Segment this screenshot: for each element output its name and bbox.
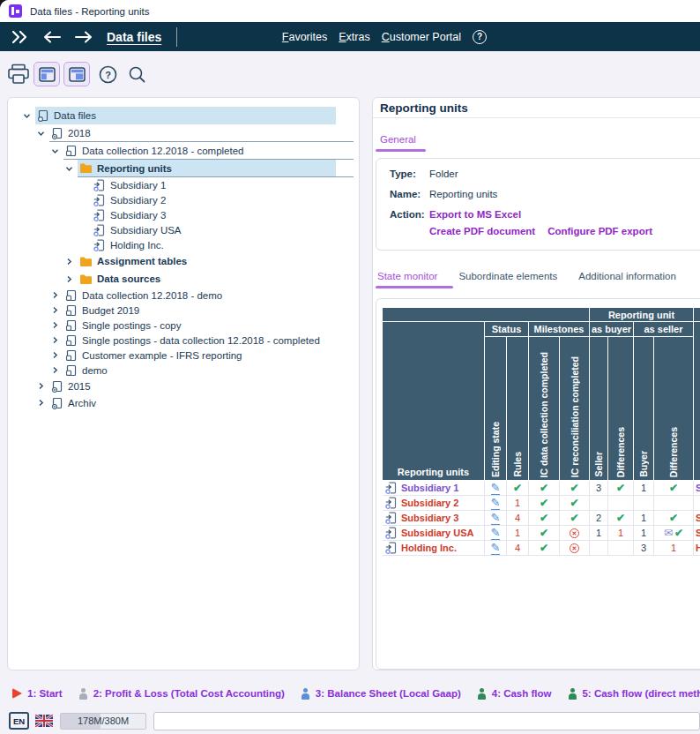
status-input[interactable]	[153, 712, 700, 730]
row-reporting-unit-name[interactable]: Subsidiary 2	[383, 496, 485, 511]
tab-general[interactable]: General	[380, 134, 416, 145]
table-cell	[608, 496, 634, 511]
envelope-icon[interactable]: ✉	[664, 528, 673, 538]
detail-tabs: State monitor Subordinate elements Addit…	[377, 271, 676, 281]
edit-pencil-icon[interactable]: ✎	[491, 512, 501, 525]
tree-item[interactable]: Holding Inc.	[13, 237, 354, 252]
tree-item[interactable]: Subsidiary 3	[13, 207, 354, 222]
table-cell: ✔	[608, 481, 634, 496]
memory-indicator[interactable]: 178M/380M	[60, 713, 146, 730]
table-cell: 3	[634, 541, 654, 556]
print-icon[interactable]	[7, 64, 30, 85]
taskbar-item[interactable]: 4: Cash flow	[478, 688, 552, 700]
chevron-right-icon[interactable]	[50, 335, 63, 345]
language-indicator[interactable]: EN	[9, 712, 29, 730]
table-cell: ✔	[654, 481, 694, 496]
tab-subordinate-elements[interactable]: Subordinate elements	[458, 271, 557, 281]
chevron-down-icon[interactable]	[50, 146, 63, 156]
nav-current-page[interactable]: Data files	[107, 30, 161, 44]
chevron-right-icon[interactable]	[50, 350, 63, 360]
unit-icon	[385, 497, 398, 509]
chevron-right-icon[interactable]	[36, 398, 49, 408]
tree-item[interactable]: Data files	[13, 107, 354, 124]
chevron-down-icon[interactable]	[36, 129, 49, 139]
row-reporting-unit-name[interactable]: Subsidiary 3	[383, 511, 485, 526]
edit-pencil-icon[interactable]: ✎	[491, 542, 501, 555]
tree-item[interactable]: Budget 2019	[13, 303, 354, 318]
link-configure-pdf[interactable]: Configure PDF export	[547, 226, 652, 236]
tree-item[interactable]: Reporting units	[13, 160, 354, 177]
folder-icon	[79, 256, 93, 267]
edit-pencil-icon[interactable]: ✎	[491, 497, 501, 510]
table-cell: 2	[590, 511, 608, 526]
tree-item-label: Subsidiary 3	[110, 210, 166, 221]
taskbar-item[interactable]: 2: Profit & Loss (Total Cost Accounting)	[79, 688, 285, 700]
tree-item[interactable]: Subsidiary USA	[13, 222, 354, 237]
row-reporting-unit-name[interactable]: Holding Inc.	[383, 541, 485, 556]
back-arrow-icon[interactable]	[42, 31, 62, 43]
toolbar: ?	[0, 51, 700, 97]
tree-item[interactable]: 2015	[13, 378, 354, 394]
tree-item[interactable]: demo	[13, 363, 354, 378]
toolbar-help-icon[interactable]: ?	[99, 65, 117, 84]
table-cell: S	[694, 511, 700, 526]
tab-additional-information[interactable]: Additional information	[578, 271, 676, 281]
edit-pencil-icon[interactable]: ✎	[491, 527, 501, 540]
tree-item[interactable]: 2018	[13, 124, 354, 142]
header-as-seller: as seller	[634, 322, 694, 337]
tree-item[interactable]: Data collection 12.2018 - completed	[13, 142, 354, 160]
link-export-excel[interactable]: Export to MS Excel	[429, 209, 521, 220]
app-logo-icon	[9, 4, 22, 18]
taskbar-item-label: 3: Balance Sheet (Local Gaap)	[316, 688, 461, 699]
chevron-down-icon[interactable]	[22, 111, 35, 121]
check-icon: ✔	[616, 483, 625, 493]
state-monitor-table: Reporting unit Reporting units Status Mi…	[383, 308, 700, 556]
chevron-right-icon[interactable]	[50, 320, 63, 330]
chevron-right-icon[interactable]	[50, 365, 63, 375]
table-cell: ✕	[560, 541, 590, 556]
table-cell: 1	[634, 481, 654, 496]
tree-item[interactable]: Single postings - copy	[13, 318, 354, 333]
menu-extras[interactable]: Extras	[339, 31, 369, 43]
help-icon[interactable]: ?	[473, 30, 487, 44]
search-icon[interactable]	[128, 65, 146, 84]
tree-item[interactable]: Subsidiary 1	[13, 177, 354, 192]
tree-item[interactable]: Data collection 12.2018 - demo	[13, 288, 354, 303]
tab-state-monitor[interactable]: State monitor	[377, 271, 437, 281]
taskbar-item[interactable]: 1: Start	[12, 688, 63, 699]
tree-item[interactable]: Subsidiary 2	[13, 192, 354, 207]
check-icon: ✔	[540, 543, 548, 553]
taskbar-item[interactable]: 3: Balance Sheet (Local Gaap)	[302, 688, 461, 700]
data-files-tree-panel: Data files2018Data collection 12.2018 - …	[7, 97, 360, 670]
tree-item-label: Data files	[54, 110, 96, 121]
header-next-partial	[694, 322, 700, 481]
layout-left-button[interactable]	[34, 62, 60, 86]
uk-flag-icon[interactable]	[35, 715, 53, 727]
tree-item[interactable]: Single postings - data collection 12.201…	[13, 333, 354, 348]
chevron-down-icon[interactable]	[64, 164, 78, 174]
link-create-pdf[interactable]: Create PDF document	[429, 226, 535, 236]
unit-icon	[93, 179, 106, 191]
chevron-right-icon[interactable]	[36, 381, 49, 391]
layout-right-button[interactable]	[63, 62, 90, 86]
row-reporting-unit-name[interactable]: Subsidiary 1	[383, 481, 485, 496]
tree-item[interactable]: Customer example - IFRS reporting	[13, 348, 354, 363]
menu-favorites[interactable]: Favorites	[282, 31, 327, 43]
tree-item-label: Reporting units	[97, 163, 172, 174]
chevron-right-icon[interactable]	[50, 290, 63, 300]
menu-customer-portal[interactable]: Customer Portal	[382, 31, 461, 43]
expand-menu-icon[interactable]	[11, 30, 30, 44]
tree-item[interactable]: Archiv	[13, 394, 354, 411]
chevron-right-icon[interactable]	[50, 305, 63, 315]
row-reporting-unit-name[interactable]: Subsidiary USA	[383, 526, 485, 541]
file-gear-icon	[51, 397, 63, 409]
edit-pencil-icon[interactable]: ✎	[491, 482, 501, 495]
forward-arrow-icon[interactable]	[74, 31, 93, 43]
taskbar-item[interactable]: 5: Cash flow (direct meth	[568, 688, 700, 700]
tree-item[interactable]: Assignment tables	[13, 252, 354, 270]
tree-item[interactable]: Data sources	[13, 270, 354, 288]
chevron-right-icon[interactable]	[64, 274, 78, 284]
tree-item-label: Assignment tables	[97, 256, 187, 266]
chevron-right-icon[interactable]	[64, 257, 78, 266]
table-cell: 4	[507, 541, 529, 556]
